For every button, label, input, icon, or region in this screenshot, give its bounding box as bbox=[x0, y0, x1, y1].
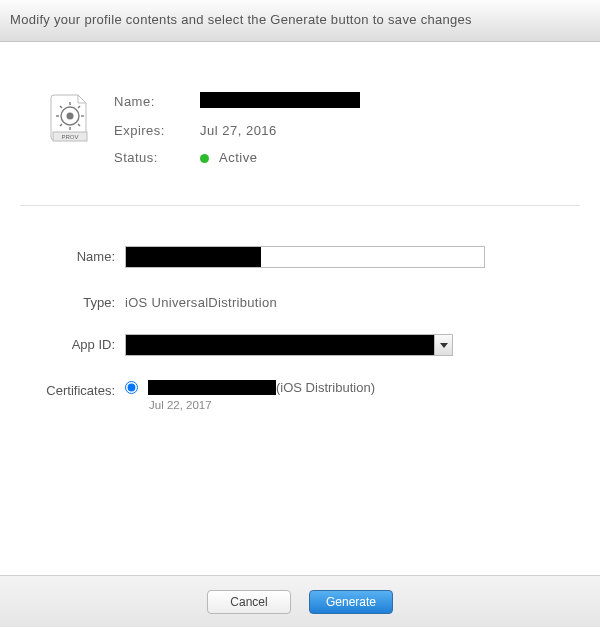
svg-text:PROV: PROV bbox=[61, 134, 78, 140]
cancel-button[interactable]: Cancel bbox=[207, 590, 291, 614]
summary-status-value: Active bbox=[200, 150, 360, 165]
name-input[interactable] bbox=[125, 246, 485, 268]
profile-summary: PROV Name: Expires: Jul 27, 2016 Status:… bbox=[0, 42, 600, 205]
form-type-value: iOS UniversalDistribution bbox=[125, 292, 277, 310]
certificate-type: (iOS Distribution) bbox=[276, 380, 375, 395]
summary-status-label: Status: bbox=[114, 150, 194, 165]
page-instruction: Modify your profile contents and select … bbox=[0, 0, 600, 42]
certificate-date: Jul 22, 2017 bbox=[149, 399, 375, 411]
form-name-label: Name: bbox=[20, 246, 125, 264]
chevron-down-icon bbox=[434, 335, 452, 355]
form-type-label: Type: bbox=[20, 292, 125, 310]
appid-select[interactable] bbox=[125, 334, 453, 356]
svg-point-9 bbox=[67, 113, 74, 120]
generate-button[interactable]: Generate bbox=[309, 590, 393, 614]
certificate-radio[interactable] bbox=[125, 381, 138, 394]
summary-name-label: Name: bbox=[114, 94, 194, 109]
footer-bar: Cancel Generate bbox=[0, 575, 600, 627]
form-appid-label: App ID: bbox=[20, 334, 125, 352]
summary-name-value bbox=[200, 92, 360, 111]
certificate-name-redacted bbox=[148, 380, 276, 395]
status-dot-icon bbox=[200, 154, 209, 163]
form-certificates-label: Certificates: bbox=[20, 380, 125, 398]
edit-form: Name: Type: iOS UniversalDistribution Ap… bbox=[0, 206, 600, 455]
summary-expires-label: Expires: bbox=[114, 123, 194, 138]
provisioning-profile-icon: PROV bbox=[50, 94, 90, 142]
summary-expires-value: Jul 27, 2016 bbox=[200, 123, 360, 138]
